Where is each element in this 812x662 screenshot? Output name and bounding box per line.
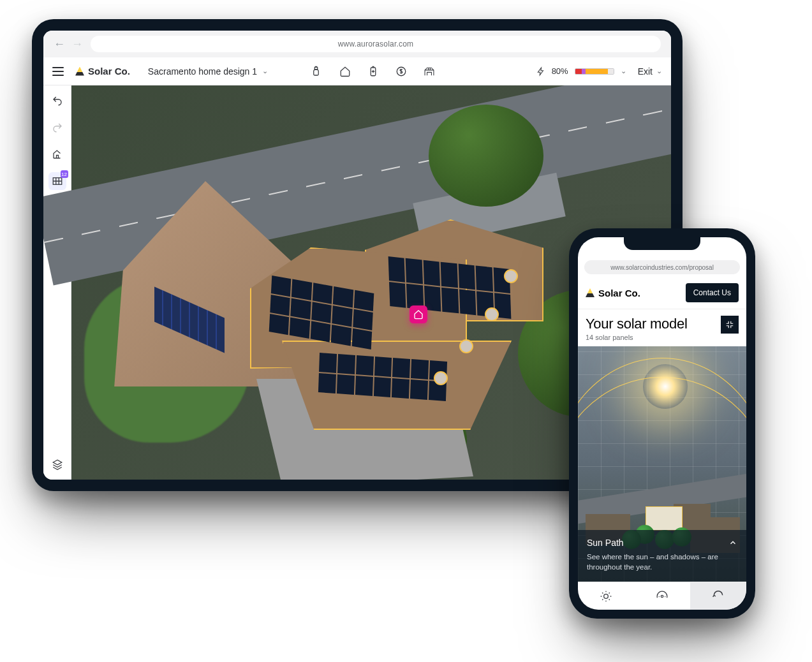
undo-button[interactable]	[48, 92, 66, 110]
consumption-icon[interactable]	[311, 66, 323, 77]
utility-icon[interactable]	[424, 66, 435, 77]
battery-icon[interactable]	[367, 66, 379, 77]
exit-label: Exit	[638, 66, 653, 77]
proposal-header: Solar Co. Contact Us	[578, 279, 746, 309]
brand-name: Solar Co.	[598, 288, 640, 298]
tree	[429, 105, 543, 207]
phone-url-bar[interactable]: www.solarcoindustries.com/proposal	[584, 260, 740, 274]
proposal-title-bar: Your solar model 14 solar panels	[578, 309, 746, 346]
design-name: Sacramento home design 1	[148, 66, 257, 77]
exit-button[interactable]: Exit ⌄	[638, 66, 662, 77]
page-title: Your solar model	[586, 316, 687, 332]
target-house[interactable]	[231, 213, 537, 480]
menu-icon[interactable]	[52, 67, 64, 76]
svg-point-5	[604, 594, 609, 598]
roof-vent	[435, 372, 447, 384]
brand-name: Solar Co.	[88, 66, 130, 77]
nav-forward-icon[interactable]: →	[71, 38, 83, 51]
phone-screen: www.solarcoindustries.com/proposal Solar…	[578, 237, 746, 610]
irradiance-mode-tab[interactable]	[634, 582, 690, 610]
panel-layout-tool[interactable]: 12	[48, 172, 66, 190]
app-top-bar: Solar Co. Sacramento home design 1 ⌄	[43, 57, 671, 85]
brand-mark-icon	[75, 67, 84, 76]
roof-vent	[486, 309, 498, 320]
solar-model-viewport[interactable]: Sun Path See where the sun – and shadows…	[578, 346, 746, 582]
roof	[231, 213, 537, 404]
redo-button[interactable]	[48, 119, 66, 136]
orbit-mode-tab[interactable]	[690, 582, 746, 610]
phone-notch	[624, 236, 700, 250]
phone-device: www.solarcoindustries.com/proposal Solar…	[569, 228, 755, 619]
url-text: www.aurorasolar.com	[338, 40, 414, 48]
energy-offset-indicator[interactable]: 80% ⌄	[536, 66, 626, 77]
layers-button[interactable]	[48, 455, 66, 473]
minimize-button[interactable]	[721, 316, 739, 334]
sun-icon	[643, 364, 688, 409]
home-icon[interactable]	[339, 66, 351, 77]
phone-url-text: www.solarcoindustries.com/proposal	[610, 264, 714, 271]
pricing-icon[interactable]	[395, 66, 407, 77]
chevron-down-icon: ⌄	[262, 67, 268, 75]
url-bar[interactable]: www.aurorasolar.com	[91, 36, 661, 52]
sun-mode-tab[interactable]	[578, 582, 634, 610]
panel-description: See where the sun – and shadows – are th…	[587, 552, 737, 573]
offset-percent: 80%	[552, 66, 568, 76]
roof-vent	[505, 270, 517, 282]
chevron-down-icon: ⌄	[621, 67, 626, 75]
contact-us-button[interactable]: Contact Us	[686, 283, 739, 302]
contact-label: Contact Us	[693, 288, 731, 297]
brand-mark-icon	[586, 288, 594, 297]
house-pin-icon[interactable]	[410, 305, 427, 323]
design-selector[interactable]: Sacramento home design 1 ⌄	[142, 64, 274, 79]
brand-logo[interactable]: Solar Co.	[75, 66, 130, 77]
sun-path-panel: Sun Path See where the sun – and shadows…	[578, 530, 746, 582]
chevron-down-icon: ⌄	[656, 67, 662, 75]
roof-vent	[461, 341, 472, 352]
chevron-up-icon[interactable]	[728, 538, 737, 547]
offset-bar	[575, 68, 614, 75]
svg-point-6	[661, 595, 663, 597]
nav-back-icon[interactable]: ←	[54, 38, 65, 51]
panel-title: Sun Path	[587, 538, 624, 548]
viewer-mode-tabs	[578, 582, 746, 610]
brand-logo[interactable]: Solar Co.	[586, 288, 640, 298]
bolt-icon	[536, 66, 545, 77]
panel-count-badge: 12	[61, 170, 68, 178]
site-model-tool[interactable]	[48, 145, 66, 163]
panel-count-subtitle: 14 solar panels	[586, 334, 687, 341]
browser-chrome: ← → www.aurorasolar.com	[43, 31, 671, 57]
